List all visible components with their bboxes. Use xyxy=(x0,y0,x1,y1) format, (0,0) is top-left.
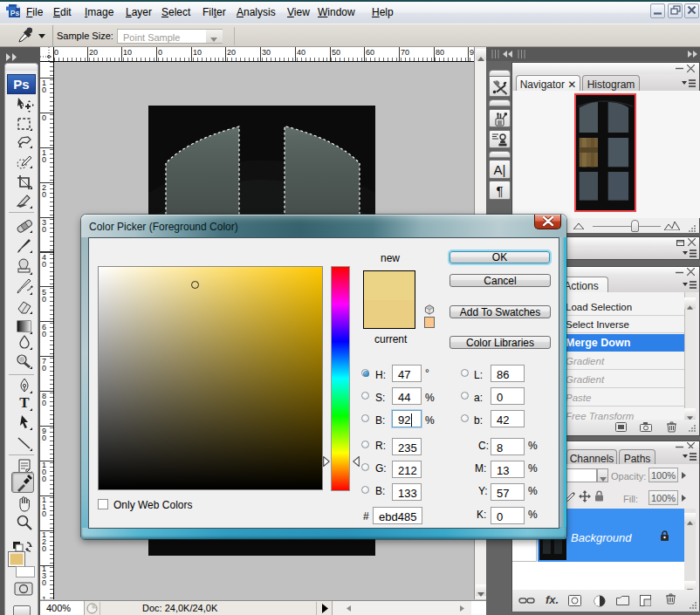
svg-text:T: T xyxy=(19,394,30,411)
svg-text:Ps: Ps xyxy=(10,9,20,17)
